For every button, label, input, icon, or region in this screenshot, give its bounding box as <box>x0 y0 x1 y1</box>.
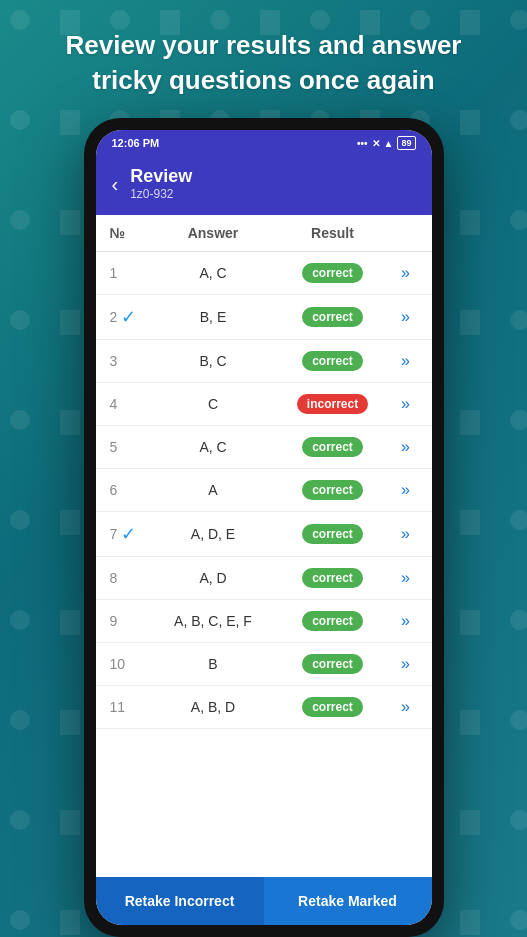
row-answer: B <box>149 656 278 672</box>
row-result-cell: incorrect <box>278 394 388 414</box>
row-answer: A, C <box>149 439 278 455</box>
status-bar: 12:06 PM ••• ✕ ▲ 89 <box>96 130 432 156</box>
signal-dots: ••• <box>357 138 368 149</box>
table-row[interactable]: 3 B, C correct » <box>96 340 432 383</box>
row-result-cell: correct <box>278 654 388 674</box>
row-num-cell: 4 <box>104 396 149 412</box>
table-row[interactable]: 5 A, C correct » <box>96 426 432 469</box>
app-subtitle: 1z0-932 <box>130 187 192 201</box>
table-header: № Answer Result <box>96 215 432 252</box>
row-arrow-icon[interactable]: » <box>388 655 424 673</box>
app-header: ‹ Review 1z0-932 <box>96 156 432 215</box>
back-button[interactable]: ‹ <box>112 174 119 194</box>
row-number: 9 <box>104 613 118 629</box>
row-result-cell: correct <box>278 480 388 500</box>
result-badge: correct <box>302 654 363 674</box>
row-answer: A, D <box>149 570 278 586</box>
row-arrow-icon[interactable]: » <box>388 525 424 543</box>
result-badge: correct <box>302 524 363 544</box>
row-num-cell: 5 <box>104 439 149 455</box>
row-number: 7 <box>104 526 118 542</box>
marked-check: ✓ <box>121 306 136 328</box>
col-answer: Answer <box>149 225 278 241</box>
table-row[interactable]: 7 ✓ A, D, E correct » <box>96 512 432 557</box>
result-badge: incorrect <box>297 394 368 414</box>
row-number: 10 <box>104 656 126 672</box>
row-result-cell: correct <box>278 524 388 544</box>
row-arrow-icon[interactable]: » <box>388 395 424 413</box>
page-header: Review your results and answer tricky qu… <box>0 0 527 118</box>
row-answer: A <box>149 482 278 498</box>
col-number: № <box>104 225 149 241</box>
row-answer: A, C <box>149 265 278 281</box>
row-arrow-icon[interactable]: » <box>388 698 424 716</box>
table-body: 1 A, C correct » 2 ✓ B, E correct » 3 B <box>96 252 432 877</box>
wifi-icon: ▲ <box>384 138 394 149</box>
row-number: 4 <box>104 396 118 412</box>
row-arrow-icon[interactable]: » <box>388 438 424 456</box>
result-badge: correct <box>302 697 363 717</box>
row-arrow-icon[interactable]: » <box>388 308 424 326</box>
table-row[interactable]: 2 ✓ B, E correct » <box>96 295 432 340</box>
result-badge: correct <box>302 611 363 631</box>
phone-screen: 12:06 PM ••• ✕ ▲ 89 ‹ Review 1z0-932 № A… <box>96 130 432 925</box>
bottom-buttons: Retake Incorrect Retake Marked <box>96 877 432 925</box>
row-arrow-icon[interactable]: » <box>388 481 424 499</box>
row-answer: C <box>149 396 278 412</box>
row-answer: A, D, E <box>149 526 278 542</box>
marked-check: ✓ <box>121 523 136 545</box>
row-result-cell: correct <box>278 351 388 371</box>
table-row[interactable]: 8 A, D correct » <box>96 557 432 600</box>
row-number: 8 <box>104 570 118 586</box>
row-answer: A, B, D <box>149 699 278 715</box>
result-badge: correct <box>302 437 363 457</box>
row-number: 11 <box>104 699 126 715</box>
row-num-cell: 7 ✓ <box>104 523 149 545</box>
retake-marked-button[interactable]: Retake Marked <box>264 877 432 925</box>
row-arrow-icon[interactable]: » <box>388 612 424 630</box>
row-result-cell: correct <box>278 568 388 588</box>
table-row[interactable]: 9 A, B, C, E, F correct » <box>96 600 432 643</box>
row-num-cell: 11 <box>104 699 149 715</box>
result-badge: correct <box>302 568 363 588</box>
row-answer: B, C <box>149 353 278 369</box>
row-num-cell: 10 <box>104 656 149 672</box>
row-num-cell: 9 <box>104 613 149 629</box>
row-result-cell: correct <box>278 437 388 457</box>
table-row[interactable]: 10 B correct » <box>96 643 432 686</box>
retake-incorrect-button[interactable]: Retake Incorrect <box>96 877 264 925</box>
row-number: 2 <box>104 309 118 325</box>
row-number: 5 <box>104 439 118 455</box>
row-num-cell: 6 <box>104 482 149 498</box>
table-row[interactable]: 4 C incorrect » <box>96 383 432 426</box>
result-badge: correct <box>302 480 363 500</box>
result-badge: correct <box>302 351 363 371</box>
status-icons: ••• ✕ ▲ 89 <box>357 136 415 150</box>
row-result-cell: correct <box>278 611 388 631</box>
row-num-cell: 2 ✓ <box>104 306 149 328</box>
result-badge: correct <box>302 307 363 327</box>
row-arrow-icon[interactable]: » <box>388 352 424 370</box>
table-row[interactable]: 11 A, B, D correct » <box>96 686 432 729</box>
row-arrow-icon[interactable]: » <box>388 569 424 587</box>
x-icon: ✕ <box>372 138 380 149</box>
row-num-cell: 8 <box>104 570 149 586</box>
table-row[interactable]: 6 A correct » <box>96 469 432 512</box>
result-badge: correct <box>302 263 363 283</box>
row-result-cell: correct <box>278 307 388 327</box>
row-number: 6 <box>104 482 118 498</box>
row-answer: B, E <box>149 309 278 325</box>
col-arrow <box>388 225 424 241</box>
row-result-cell: correct <box>278 263 388 283</box>
row-result-cell: correct <box>278 697 388 717</box>
table-row[interactable]: 1 A, C correct » <box>96 252 432 295</box>
status-time: 12:06 PM <box>112 137 160 149</box>
row-number: 3 <box>104 353 118 369</box>
row-num-cell: 1 <box>104 265 149 281</box>
header-title-block: Review 1z0-932 <box>130 166 192 201</box>
row-answer: A, B, C, E, F <box>149 613 278 629</box>
app-title: Review <box>130 166 192 187</box>
battery-icon: 89 <box>397 136 415 150</box>
row-num-cell: 3 <box>104 353 149 369</box>
row-arrow-icon[interactable]: » <box>388 264 424 282</box>
